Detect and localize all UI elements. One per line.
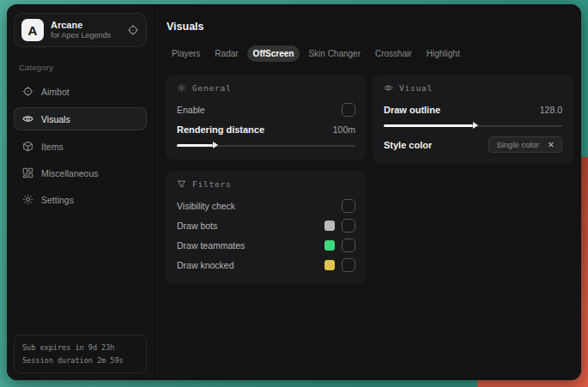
app-subtitle: for Apex Legends	[51, 31, 111, 40]
general-panel: General Enable Rendering distance 100m	[166, 75, 367, 160]
tab-radar[interactable]: Radar	[209, 45, 244, 62]
draw-knocked-color-swatch[interactable]	[324, 260, 335, 270]
sidebar-item-label: Visuals	[41, 114, 70, 124]
tab-players[interactable]: Players	[166, 45, 206, 62]
session-duration-text: Session duration 2m 59s	[22, 354, 138, 367]
style-color-label: Style color	[384, 140, 432, 150]
sun-icon	[177, 83, 186, 93]
funnel-icon	[177, 179, 186, 189]
sidebar-item-label: Items	[41, 142, 64, 152]
draw-teammates-row: Draw teammates	[177, 236, 355, 254]
target-icon[interactable]	[127, 24, 139, 36]
sidebar-item-settings[interactable]: Settings	[14, 189, 147, 210]
visual-panel-title: Visual	[399, 83, 433, 93]
close-icon[interactable]: ✕	[548, 140, 555, 149]
tab-offscreen[interactable]: OffScreen	[247, 45, 300, 62]
sidebar-item-label: Miscellaneous	[41, 168, 99, 178]
rendering-distance-value: 100m	[333, 124, 355, 135]
sidebar-item-label: Aimbot	[41, 87, 70, 97]
draw-teammates-label: Draw teammates	[177, 240, 245, 251]
filters-panel: Filters Visibility check Draw bots Draw …	[166, 171, 367, 284]
visibility-check-row: Visibility check	[177, 197, 355, 215]
sub-expires-text: Sub expires in 9d 23h	[22, 342, 138, 354]
slider-thumb[interactable]	[473, 122, 478, 129]
rendering-distance-row: Rendering distance 100m	[177, 120, 355, 138]
draw-outline-label: Draw outline	[384, 105, 440, 115]
tab-bar: Players Radar OffScreen Skin Changer Cro…	[166, 45, 573, 62]
tab-crosshair[interactable]: Crosshair	[369, 45, 418, 62]
rendering-distance-slider[interactable]	[177, 141, 355, 150]
category-label: Category	[19, 63, 142, 72]
enable-label: Enable	[177, 105, 205, 115]
draw-bots-label: Draw bots	[177, 221, 217, 231]
enable-row: Enable	[177, 100, 355, 118]
slider-thumb[interactable]	[213, 142, 218, 148]
draw-outline-row: Draw outline 128.0	[384, 100, 562, 118]
cube-icon	[22, 141, 33, 152]
visual-panel-header: Visual	[384, 83, 562, 93]
panel-grid: General Enable Rendering distance 100m	[166, 75, 573, 284]
visual-panel: Visual Draw outline 128.0 Style color Si…	[373, 75, 573, 164]
visibility-check-checkbox[interactable]	[342, 199, 355, 213]
tab-skin-changer[interactable]: Skin Changer	[302, 45, 367, 62]
general-panel-header: General	[177, 83, 355, 93]
enable-checkbox[interactable]	[342, 103, 355, 117]
eye-icon	[22, 113, 33, 124]
sidebar: A Arcane for Apex Legends Category	[7, 4, 155, 380]
main-content: Visuals Players Radar OffScreen Skin Cha…	[155, 4, 581, 380]
style-color-row: Style color Single color ✕	[384, 136, 562, 154]
sidebar-item-visuals[interactable]: Visuals	[14, 107, 147, 130]
app-logo: A	[21, 19, 44, 41]
draw-teammates-color-swatch[interactable]	[324, 240, 335, 251]
app-window: A Arcane for Apex Legends Category	[7, 4, 581, 380]
sidebar-item-items[interactable]: Items	[14, 136, 147, 157]
style-color-select[interactable]: Single color ✕	[488, 136, 562, 153]
tab-highlight[interactable]: Highlight	[421, 45, 466, 62]
draw-outline-value: 128.0	[540, 105, 562, 115]
filters-panel-header: Filters	[177, 179, 355, 189]
app-meta: Arcane for Apex Legends	[51, 20, 111, 41]
visibility-check-label: Visibility check	[177, 201, 235, 211]
gear-icon	[22, 194, 33, 205]
grid-icon	[22, 167, 33, 178]
general-panel-title: General	[192, 83, 232, 93]
sidebar-item-label: Settings	[41, 195, 74, 205]
draw-bots-row: Draw bots	[177, 216, 355, 234]
draw-knocked-label: Draw knocked	[177, 260, 234, 270]
draw-knocked-checkbox[interactable]	[342, 258, 355, 272]
sidebar-item-aimbot[interactable]: Aimbot	[14, 81, 147, 102]
crosshair-icon	[22, 86, 33, 97]
draw-knocked-row: Draw knocked	[177, 256, 355, 274]
app-header-card: A Arcane for Apex Legends	[14, 13, 147, 47]
draw-bots-color-swatch[interactable]	[324, 221, 335, 231]
rendering-distance-label: Rendering distance	[177, 124, 264, 135]
style-color-value: Single color	[496, 140, 539, 149]
app-name: Arcane	[51, 20, 111, 32]
draw-outline-slider[interactable]	[384, 121, 562, 130]
filters-panel-title: Filters	[192, 179, 232, 189]
draw-bots-checkbox[interactable]	[342, 219, 355, 233]
subscription-info-card: Sub expires in 9d 23h Session duration 2…	[14, 335, 147, 373]
sidebar-item-miscellaneous[interactable]: Miscellaneous	[14, 162, 147, 184]
eye-icon	[384, 83, 393, 93]
draw-teammates-checkbox[interactable]	[342, 239, 355, 252]
page-title: Visuals	[167, 21, 573, 33]
